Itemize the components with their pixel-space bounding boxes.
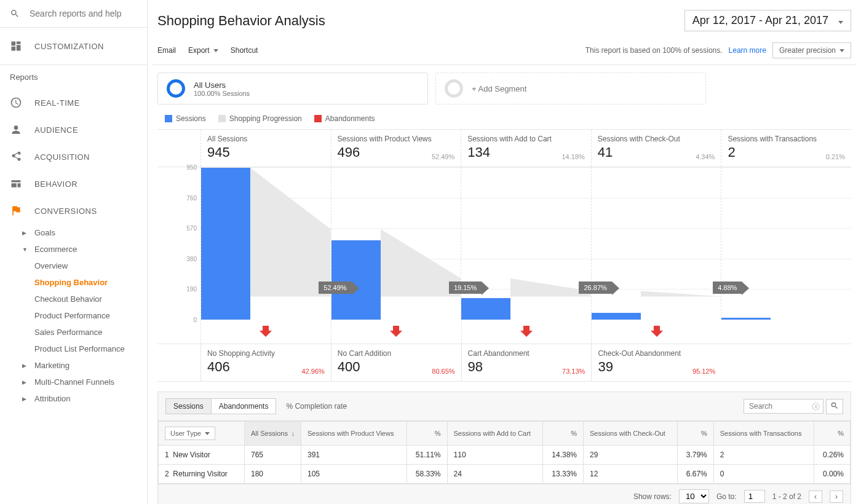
chevron-down-icon <box>205 432 210 435</box>
toolbar: Email Export Shortcut This report is bas… <box>153 39 856 65</box>
share-icon <box>10 151 22 163</box>
nav-label: BEHAVIOR <box>34 179 77 189</box>
col-pct[interactable]: % <box>407 422 447 446</box>
email-button[interactable]: Email <box>157 46 176 55</box>
abandonment-cell[interactable]: No Cart Addition40080.65% <box>331 344 461 381</box>
nav-label: ACQUISITION <box>34 152 90 162</box>
abandonment-arrows <box>157 320 851 344</box>
col-pct[interactable]: % <box>543 422 584 446</box>
progression-tag: 4.88% <box>713 282 742 294</box>
nav-product-performance[interactable]: Product Performance <box>0 307 147 324</box>
abandonment-cell[interactable]: No Shopping Activity40642.96% <box>200 344 331 381</box>
progression-shape <box>461 167 591 297</box>
segment-subtitle: 100.00% Sessions <box>194 90 250 97</box>
drop-arrow <box>200 320 331 344</box>
add-segment-button[interactable]: + Add Segment <box>435 73 706 104</box>
caret-right-icon: ▶ <box>22 230 28 236</box>
search-input[interactable] <box>30 9 137 18</box>
nav-multi-channel[interactable]: ▶Multi-Channel Funnels <box>0 374 147 390</box>
usertype-dropdown[interactable]: User Type <box>165 427 215 440</box>
table-search: ⓧ <box>744 399 843 414</box>
caret-right-icon: ▶ <box>22 379 28 385</box>
nav-shopping-behavior[interactable]: Shopping Behavior <box>0 274 147 291</box>
table-footer: Show rows: 10 Go to: 1 - 2 of 2 ‹ › <box>158 484 851 504</box>
nav-marketing[interactable]: ▶Marketing <box>0 357 147 374</box>
funnel-bar: 52.49% <box>200 167 331 320</box>
down-arrow-icon <box>257 323 274 338</box>
segment-all-users[interactable]: All Users 100.00% Sessions <box>157 73 428 104</box>
table-row[interactable]: 2 Returning Visitor 180 105 58.33% 24 13… <box>159 465 851 484</box>
nav-conversions[interactable]: CONVERSIONS <box>0 197 147 224</box>
abandonment-cell[interactable]: Check-Out Abandonment3995.12% <box>591 344 721 381</box>
drop-arrow <box>461 320 592 344</box>
shortcut-button[interactable]: Shortcut <box>231 46 258 55</box>
chevron-down-icon <box>839 49 844 52</box>
legend-sessions: Sessions <box>165 114 206 123</box>
nav-label: CONVERSIONS <box>34 207 97 216</box>
date-range-picker[interactable]: Apr 12, 2017 - Apr 21, 2017 <box>684 10 851 31</box>
completion-rate-toggle[interactable]: % Completion rate <box>286 402 347 411</box>
abandonment-row: No Shopping Activity40642.96% No Cart Ad… <box>157 344 851 382</box>
flag-icon <box>10 205 22 217</box>
swatch-icon <box>165 115 172 122</box>
swatch-icon <box>314 115 322 122</box>
svg-marker-0 <box>250 168 331 297</box>
learn-more-link[interactable]: Learn more <box>729 46 766 55</box>
nav-checkout-behavior[interactable]: Checkout Behavior <box>0 291 147 307</box>
nav-goals[interactable]: ▶Goals <box>0 224 147 241</box>
col-add-to-cart[interactable]: Sessions with Add to Cart <box>447 422 543 446</box>
person-icon <box>10 124 22 136</box>
nav-realtime[interactable]: REAL-TIME <box>0 89 147 116</box>
nav-acquisition[interactable]: ACQUISITION <box>0 143 147 170</box>
funnel-step[interactable]: Sessions with Add to Cart13414.18% <box>461 130 591 167</box>
funnel-step[interactable]: Sessions with Check-Out414.34% <box>591 130 721 167</box>
funnel-step[interactable]: All Sessions945 <box>200 130 331 167</box>
web-icon <box>10 178 22 190</box>
rows-select[interactable]: 10 <box>679 489 709 503</box>
nav-overview[interactable]: Overview <box>0 258 147 274</box>
segment-title: All Users <box>194 81 250 90</box>
tab-sessions[interactable]: Sessions <box>166 399 212 414</box>
nav-label: REAL-TIME <box>34 98 80 108</box>
funnel-bar: 4.88% <box>591 167 721 320</box>
chart-legend: Sessions Shopping Progression Abandonmen… <box>153 112 856 129</box>
table-search-button[interactable] <box>826 399 843 414</box>
col-checkout[interactable]: Sessions with Check-Out <box>584 422 678 446</box>
data-table: User Type All Sessions↓ Sessions with Pr… <box>158 421 851 484</box>
search-icon <box>830 401 839 410</box>
sort-desc-icon: ↓ <box>292 430 295 437</box>
col-all-sessions[interactable]: All Sessions↓ <box>245 422 301 446</box>
tab-abandonments[interactable]: Abandonments <box>212 399 276 414</box>
col-pct[interactable]: % <box>678 422 714 446</box>
col-pct[interactable]: % <box>814 422 851 446</box>
funnel-step[interactable]: Sessions with Transactions20.21% <box>721 130 851 167</box>
y-axis: 950 760 570 380 190 0 <box>157 167 200 320</box>
col-product-views[interactable]: Sessions with Product Views <box>301 422 407 446</box>
export-button[interactable]: Export <box>188 46 218 55</box>
abandonment-cell[interactable]: Cart Abandonment9873.13% <box>461 344 592 381</box>
nav-product-list-performance[interactable]: Product List Performance <box>0 341 147 357</box>
goto-input[interactable] <box>744 490 765 503</box>
nav-behavior[interactable]: BEHAVIOR <box>0 170 147 197</box>
funnel-bar <box>721 167 851 320</box>
segment-circle-icon <box>167 79 185 98</box>
funnel-chart: All Sessions945 Sessions with Product Vi… <box>153 129 856 382</box>
next-page-button[interactable]: › <box>830 490 843 503</box>
nav-sales-performance[interactable]: Sales Performance <box>0 324 147 341</box>
nav-audience[interactable]: AUDIENCE <box>0 116 147 143</box>
nav-customization[interactable]: CUSTOMIZATION <box>0 33 147 60</box>
table-row[interactable]: 1 New Visitor 765 391 51.11% 110 14.38% … <box>159 446 851 465</box>
nav-label: AUDIENCE <box>34 125 78 135</box>
clear-icon[interactable]: ⓧ <box>812 401 820 412</box>
down-arrow-icon <box>648 323 665 338</box>
search-bar <box>0 0 147 28</box>
nav-ecommerce[interactable]: ▼Ecommerce <box>0 241 147 258</box>
progression-tag: 52.49% <box>319 282 351 294</box>
precision-button[interactable]: Greater precision <box>772 42 851 58</box>
col-transactions[interactable]: Sessions with Transactions <box>713 422 814 446</box>
prev-page-button[interactable]: ‹ <box>809 490 822 503</box>
down-arrow-icon <box>387 323 405 338</box>
funnel-step[interactable]: Sessions with Product Views49652.49% <box>331 130 461 167</box>
page-range: 1 - 2 of 2 <box>772 492 801 501</box>
nav-attribution[interactable]: ▶Attribution <box>0 390 147 407</box>
